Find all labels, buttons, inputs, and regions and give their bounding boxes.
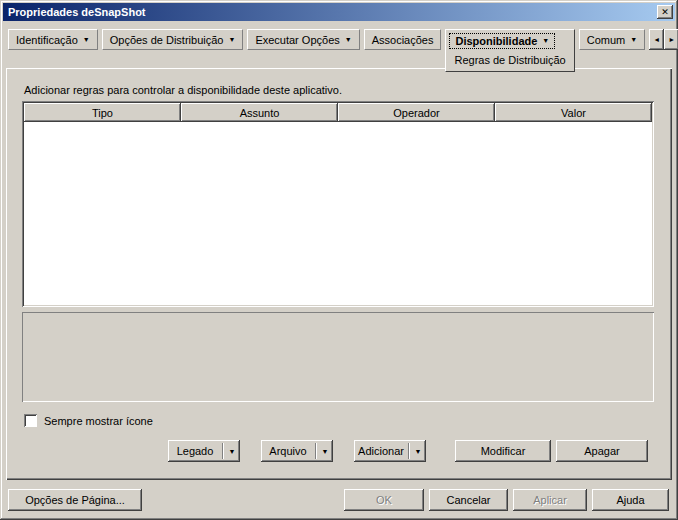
column-header-assunto[interactable]: Assunto [181,103,338,122]
adicionar-button[interactable]: Adicionar ▼ [354,440,426,462]
help-button[interactable]: Ajuda [592,489,669,511]
arrow-left-icon: ◄ [653,36,660,43]
ok-button: OK [344,489,424,511]
checkbox-label: Sempre mostrar ícone [44,415,153,427]
close-button[interactable]: ✕ [657,5,673,19]
rules-listview[interactable]: Tipo Assunto Operador Valor [22,101,654,307]
page-panel: Adicionar regras para controlar a dispon… [6,68,672,480]
arquivo-button[interactable]: Arquivo ▼ [261,440,333,462]
tab-label: Associações [372,34,434,46]
tab-disponibilidade-active[interactable]: Disponibilidade ▼ Regras de Distribuição [445,29,574,72]
properties-dialog: Propriedades deSnapShot ✕ Identificação … [0,0,678,520]
chevron-down-icon: ▼ [630,36,637,43]
tab-comum[interactable]: Comum ▼ [579,29,645,50]
legado-button[interactable]: Legado ▼ [168,440,240,462]
tab-focus-rect: Disponibilidade ▼ [449,33,555,49]
apagar-button[interactable]: Apagar [556,440,648,462]
tab-label: Comum [587,34,626,46]
page-options-button[interactable]: Opções de Página... [8,489,142,511]
rule-description-box [22,312,654,402]
tab-label: Executar Opções [255,34,339,46]
tab-active-header[interactable]: Disponibilidade ▼ [446,30,573,51]
chevron-down-icon: ▼ [542,37,549,44]
always-show-icon-checkbox[interactable] [24,414,37,427]
title-bar: Propriedades deSnapShot ✕ [3,3,675,21]
tab-executar-opcoes[interactable]: Executar Opções ▼ [247,29,359,50]
listview-body-empty[interactable] [24,122,652,305]
tab-scroll-left-button[interactable]: ◄ [649,29,664,50]
cancel-button[interactable]: Cancelar [429,489,508,511]
tab-scrollers: ◄ ► [649,29,678,50]
chevron-down-icon: ▼ [317,440,333,462]
chevron-down-icon: ▼ [224,440,240,462]
tab-subpage-label[interactable]: Regras de Distribuição [446,51,573,71]
tab-opcoes-de-distribuicao[interactable]: Opções de Distribuição ▼ [102,29,244,50]
column-header-tipo[interactable]: Tipo [24,103,181,122]
tab-label: Identificação [16,34,78,46]
chevron-down-icon: ▼ [410,440,426,462]
tab-associacoes[interactable]: Associações [364,29,442,50]
apply-button: Aplicar [513,489,587,511]
subpage-label-text: Regras de Distribuição [454,54,565,66]
instruction-text: Adicionar regras para controlar a dispon… [24,84,342,96]
chevron-down-icon: ▼ [228,36,235,43]
tab-scroll-right-button[interactable]: ► [664,29,678,50]
column-header-valor[interactable]: Valor [495,103,652,122]
close-icon: ✕ [661,8,669,17]
chevron-down-icon: ▼ [83,36,90,43]
chevron-down-icon: ▼ [345,36,352,43]
column-header-operador[interactable]: Operador [338,103,495,122]
arquivo-label: Arquivo [261,440,315,462]
always-show-icon-row: Sempre mostrar ícone [24,414,153,427]
window-title: Propriedades deSnapShot [8,6,146,18]
tab-label: Opções de Distribuição [110,34,224,46]
action-buttons-row: Legado ▼ Arquivo ▼ Adicionar ▼ Modificar… [168,440,648,462]
legado-label: Legado [168,440,222,462]
arrow-right-icon: ► [668,36,675,43]
tab-label: Disponibilidade [455,35,537,47]
modificar-button[interactable]: Modificar [455,440,551,462]
listview-header: Tipo Assunto Operador Valor [24,103,652,122]
tab-identificacao[interactable]: Identificação ▼ [8,29,98,50]
adicionar-label: Adicionar [354,440,408,462]
tab-bar: Identificação ▼ Opções de Distribuição ▼… [8,29,673,72]
